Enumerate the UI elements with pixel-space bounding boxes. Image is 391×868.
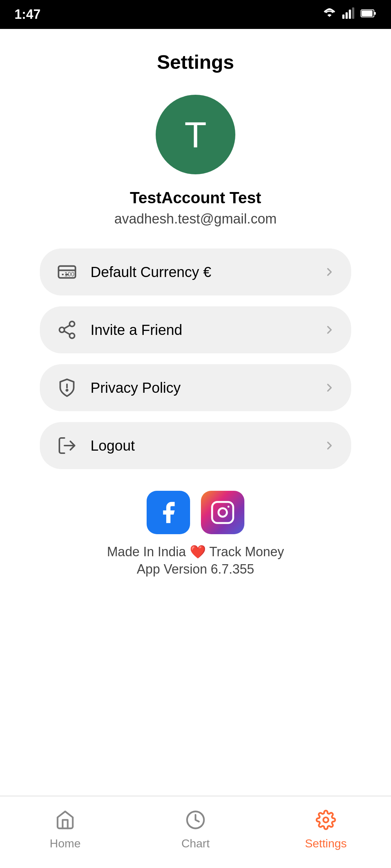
- menu-item-logout[interactable]: Logout: [40, 422, 351, 469]
- svg-rect-6: [374, 12, 376, 15]
- status-icons: [323, 7, 377, 22]
- signal-icon: [342, 7, 355, 22]
- home-icon: [52, 807, 78, 833]
- nav-settings[interactable]: Settings: [261, 807, 391, 850]
- privacy-label: Privacy Policy: [91, 380, 322, 396]
- menu-list: 100 Default Currency € Inv: [40, 248, 351, 469]
- avatar-letter: T: [184, 114, 206, 156]
- battery-icon: [361, 8, 377, 21]
- instagram-icon[interactable]: [201, 491, 244, 534]
- footer-line1: Made In India ❤️ Track Money: [107, 544, 284, 559]
- settings-page: Settings T TestAccount Test avadhesh.tes…: [0, 29, 391, 796]
- nav-home[interactable]: Home: [0, 807, 130, 850]
- privacy-arrow: [322, 380, 337, 395]
- svg-line-12: [64, 331, 70, 335]
- wifi-icon: [323, 7, 336, 22]
- menu-item-currency[interactable]: 100 Default Currency €: [40, 248, 351, 295]
- logout-arrow: [322, 438, 337, 453]
- svg-rect-0: [342, 14, 345, 19]
- invite-arrow: [322, 323, 337, 337]
- settings-icon: [313, 807, 339, 833]
- menu-item-invite[interactable]: Invite a Friend: [40, 306, 351, 353]
- svg-rect-1: [346, 12, 348, 19]
- bottom-nav: Home Chart Settings: [0, 796, 391, 868]
- page-title: Settings: [157, 51, 234, 73]
- svg-rect-3: [352, 7, 354, 19]
- currency-arrow: [322, 265, 337, 279]
- user-email: avadhesh.test@gmail.com: [114, 211, 277, 227]
- currency-label: Default Currency €: [91, 264, 322, 280]
- svg-line-13: [64, 325, 70, 328]
- privacy-shield-icon: [54, 375, 80, 400]
- chart-icon: [183, 807, 208, 833]
- invite-label: Invite a Friend: [91, 322, 322, 338]
- nav-settings-label: Settings: [305, 837, 347, 850]
- facebook-icon[interactable]: [147, 491, 190, 534]
- logout-icon: [54, 433, 80, 458]
- svg-point-15: [66, 390, 68, 391]
- nav-home-label: Home: [50, 837, 80, 850]
- logout-label: Logout: [91, 438, 322, 454]
- status-bar: 1:47: [0, 0, 391, 29]
- nav-chart-label: Chart: [181, 837, 210, 850]
- svg-point-20: [323, 817, 328, 822]
- menu-item-privacy[interactable]: Privacy Policy: [40, 364, 351, 411]
- svg-rect-17: [212, 502, 233, 523]
- share-icon: [54, 317, 80, 342]
- svg-text:100: 100: [64, 271, 74, 277]
- status-time: 1:47: [14, 7, 41, 22]
- footer-line2: App Version 6.7.355: [137, 562, 254, 577]
- avatar: T: [156, 95, 235, 174]
- user-name: TestAccount Test: [130, 189, 261, 207]
- nav-chart[interactable]: Chart: [130, 807, 261, 850]
- footer: Made In India ❤️ Track Money App Version…: [107, 491, 284, 577]
- social-icons: [147, 491, 244, 534]
- svg-rect-5: [362, 10, 373, 16]
- svg-rect-2: [349, 9, 351, 19]
- currency-icon: 100: [54, 259, 80, 285]
- heart-icon: ❤️: [190, 544, 206, 559]
